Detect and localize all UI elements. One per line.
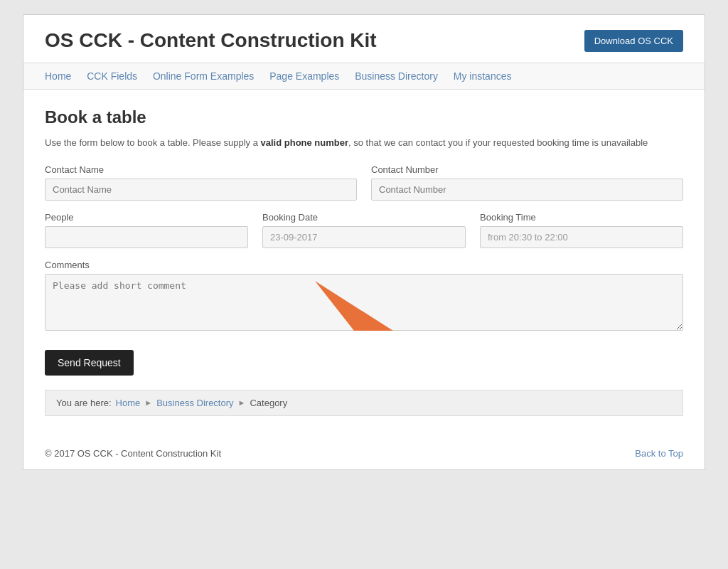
nav-business-directory[interactable]: Business Directory xyxy=(355,70,438,82)
description-post: , so that we can contact you if your req… xyxy=(348,137,648,148)
contact-name-group: Contact Name xyxy=(45,164,357,201)
breadcrumb-arrow-1: ► xyxy=(144,398,152,407)
form-description: Use the form below to book a table. Plea… xyxy=(45,136,683,150)
page-wrapper: OS CCK - Content Construction Kit Downlo… xyxy=(23,14,705,470)
booking-time-group: Booking Time xyxy=(480,212,683,248)
contact-row: Contact Name Contact Number xyxy=(45,164,683,201)
breadcrumb-business-directory[interactable]: Business Directory xyxy=(156,398,233,408)
people-input[interactable] xyxy=(45,226,248,248)
breadcrumb-bar: You are here: Home ► Business Directory … xyxy=(45,390,683,416)
breadcrumb-category: Category xyxy=(250,398,287,408)
comments-group: Comments xyxy=(45,260,683,333)
header: OS CCK - Content Construction Kit Downlo… xyxy=(23,15,705,63)
nav-home[interactable]: Home xyxy=(45,70,71,82)
breadcrumb-arrow-2: ► xyxy=(238,398,246,407)
booking-date-label: Booking Date xyxy=(262,212,466,223)
contact-number-label: Contact Number xyxy=(371,164,683,175)
nav-page-examples[interactable]: Page Examples xyxy=(269,70,339,82)
breadcrumb-prefix: You are here: xyxy=(56,398,112,408)
people-label: People xyxy=(45,212,248,223)
comments-textarea[interactable] xyxy=(45,274,683,331)
comments-label: Comments xyxy=(45,260,683,270)
copyright-text: © 2017 OS CCK - Content Construction Kit xyxy=(45,448,221,459)
description-pre: Use the form below to book a table. Plea… xyxy=(45,137,261,148)
nav-online-form-examples[interactable]: Online Form Examples xyxy=(153,70,254,82)
contact-name-input[interactable] xyxy=(45,179,357,201)
description-bold: valid phone number xyxy=(261,137,349,148)
booking-row: People Booking Date Booking Time xyxy=(45,212,683,248)
footer: © 2017 OS CCK - Content Construction Kit… xyxy=(23,437,705,469)
booking-date-input[interactable] xyxy=(262,226,466,248)
booking-time-label: Booking Time xyxy=(480,212,683,223)
main-content: Book a table Use the form below to book … xyxy=(23,90,705,437)
contact-number-group: Contact Number xyxy=(371,164,683,201)
booking-time-input[interactable] xyxy=(480,226,683,248)
download-button[interactable]: Download OS CCK xyxy=(584,30,683,52)
booking-date-group: Booking Date xyxy=(262,212,466,248)
nav-cck-fields[interactable]: CCK Fields xyxy=(87,70,137,82)
main-nav: Home CCK Fields Online Form Examples Pag… xyxy=(23,63,705,90)
site-title: OS CCK - Content Construction Kit xyxy=(45,29,377,52)
send-request-button[interactable]: Send Request xyxy=(45,350,134,376)
contact-number-input[interactable] xyxy=(371,179,683,201)
nav-my-instances[interactable]: My instances xyxy=(454,70,512,82)
page-title: Book a table xyxy=(45,107,683,127)
breadcrumb-home[interactable]: Home xyxy=(116,398,141,408)
contact-name-label: Contact Name xyxy=(45,164,357,175)
people-group: People xyxy=(45,212,248,248)
back-to-top-link[interactable]: Back to Top xyxy=(635,448,683,459)
